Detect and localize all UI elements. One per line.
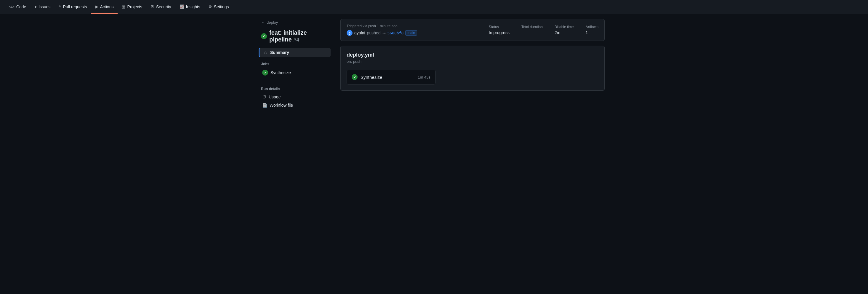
- page-title: feat: initialize pipeline #4: [269, 29, 328, 43]
- projects-icon: ▦: [122, 4, 125, 9]
- status-label: Status: [489, 25, 509, 29]
- branch-badge[interactable]: main: [405, 30, 417, 35]
- actor-avatar: g: [347, 30, 352, 36]
- page-layout: ← deploy feat: initialize pipeline #4 ⌂ …: [256, 14, 612, 294]
- nav-settings[interactable]: ⚙ Settings: [205, 0, 233, 14]
- sidebar-usage[interactable]: ⏱ Usage: [259, 93, 331, 101]
- page-title-wrapper: feat: initialize pipeline #4: [256, 28, 333, 48]
- artifacts-label: Artifacts: [586, 25, 598, 29]
- total-duration-value: –: [521, 30, 543, 35]
- job-box-synthesize[interactable]: Synthesize 1m 43s: [347, 70, 435, 85]
- workflow-card: deploy.yml on: push Synthesize 1m 43s: [340, 46, 604, 91]
- security-icon: ⛨: [151, 4, 154, 9]
- job-box-left: Synthesize: [352, 74, 382, 80]
- home-icon: ⌂: [263, 50, 268, 55]
- insights-icon: 📈: [180, 4, 184, 9]
- workflow-trigger: on: push: [347, 59, 598, 64]
- commit-arrow-icon: ⊸: [382, 31, 386, 35]
- trigger-label: Triggered via push 1 minute ago: [347, 24, 477, 28]
- issues-icon: ●: [34, 4, 37, 9]
- back-link[interactable]: ← deploy: [256, 19, 333, 28]
- status-field: Status In progress: [489, 25, 509, 35]
- nav-security[interactable]: ⛨ Security: [146, 0, 175, 14]
- top-navigation: </> Code ● Issues ⑂ Pull requests ▶ Acti…: [0, 0, 868, 14]
- run-status-check: [261, 33, 267, 39]
- billable-time-field: Billable time 2m: [555, 25, 574, 35]
- run-info-card: Triggered via push 1 minute ago g gyalai…: [340, 19, 604, 41]
- arrow-left-icon: ←: [261, 20, 265, 25]
- job-box-status-icon: [352, 74, 358, 80]
- artifacts-value: 1: [586, 30, 598, 35]
- nav-code[interactable]: </> Code: [5, 0, 30, 14]
- billable-time-value: 2m: [555, 30, 574, 35]
- run-details-section-label: Run details: [256, 82, 333, 93]
- jobs-section-label: Jobs: [256, 57, 333, 68]
- job-status-icon: [262, 70, 268, 76]
- nav-actions[interactable]: ▶ Actions: [91, 0, 118, 14]
- commit-hash[interactable]: 5688bf8: [388, 31, 404, 35]
- settings-icon: ⚙: [209, 4, 212, 9]
- main-content: Triggered via push 1 minute ago g gyalai…: [333, 14, 612, 294]
- total-duration-label: Total duration: [521, 25, 543, 29]
- job-box-name: Synthesize: [361, 75, 382, 80]
- sidebar: ← deploy feat: initialize pipeline #4 ⌂ …: [256, 14, 333, 294]
- total-duration-field: Total duration –: [521, 25, 543, 35]
- job-box-duration: 1m 43s: [418, 75, 430, 80]
- pull-requests-icon: ⑂: [59, 4, 61, 9]
- sidebar-workflow-file[interactable]: 📄 Workflow file: [259, 101, 331, 109]
- code-icon: </>: [9, 4, 14, 9]
- timer-icon: ⏱: [262, 94, 266, 99]
- nav-projects[interactable]: ▦ Projects: [118, 0, 146, 14]
- billable-time-label: Billable time: [555, 25, 574, 29]
- doc-icon: 📄: [262, 103, 267, 108]
- sidebar-job-synthesize[interactable]: Synthesize: [259, 68, 331, 77]
- nav-issues[interactable]: ● Issues: [30, 0, 55, 14]
- trigger-details: g gyalai pushed ⊸ 5688bf8 main: [347, 30, 477, 36]
- trigger-info: Triggered via push 1 minute ago g gyalai…: [347, 24, 477, 36]
- actor-name: gyalai: [354, 31, 365, 35]
- run-details-section: Run details ⏱ Usage 📄 Workflow file: [256, 82, 333, 109]
- pushed-label: pushed: [367, 31, 381, 35]
- summary-nav-item[interactable]: ⌂ Summary: [259, 48, 331, 57]
- workflow-filename: deploy.yml: [347, 52, 598, 58]
- nav-insights[interactable]: 📈 Insights: [175, 0, 205, 14]
- actions-icon: ▶: [95, 4, 98, 9]
- status-value: In progress: [489, 30, 509, 35]
- artifacts-field: Artifacts 1: [586, 25, 598, 35]
- nav-pull-requests[interactable]: ⑂ Pull requests: [55, 0, 91, 14]
